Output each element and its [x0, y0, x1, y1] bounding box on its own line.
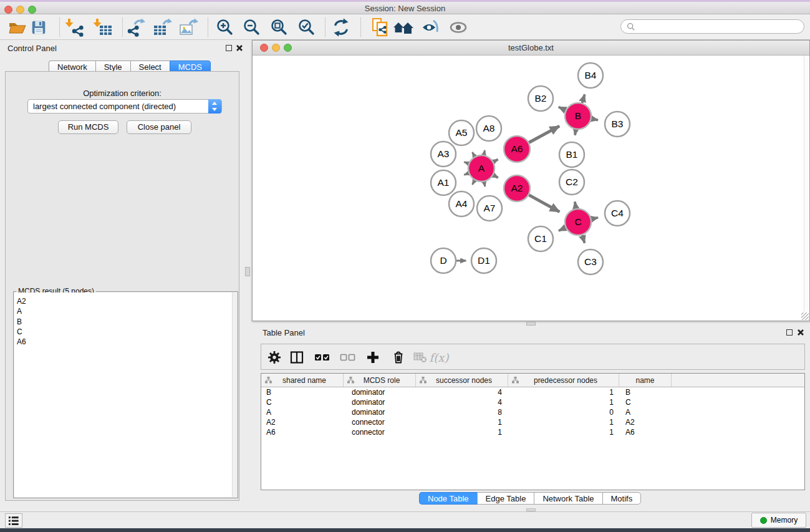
table-cell[interactable]: B: [261, 387, 343, 397]
table-row[interactable]: Adominator80A: [261, 407, 804, 417]
column-header-successor-nodes[interactable]: successor nodes: [415, 374, 508, 387]
graph-edge-B-B2[interactable]: [559, 107, 566, 110]
table-cell[interactable]: A6: [261, 427, 343, 437]
criterion-dropdown[interactable]: largest connected component (directed): [27, 99, 222, 114]
tab-network-table[interactable]: Network Table: [534, 492, 602, 505]
search-input[interactable]: [635, 22, 791, 31]
vertical-splitter-handle[interactable]: [245, 267, 250, 276]
export-network-icon[interactable]: [126, 17, 147, 38]
table-cell[interactable]: connector: [343, 417, 415, 427]
graph-edge-A-A4[interactable]: [472, 180, 475, 185]
table-cell[interactable]: 0: [508, 407, 619, 417]
graph-node-B2[interactable]: B2: [528, 86, 553, 111]
tab-edge-table[interactable]: Edge Table: [477, 492, 534, 505]
export-image-icon[interactable]: [178, 17, 200, 38]
export-table-icon[interactable]: [152, 17, 173, 38]
graph-edge-C-C4[interactable]: [591, 218, 597, 219]
graph-node-A7[interactable]: A7: [477, 196, 502, 221]
graph-node-D1[interactable]: D1: [471, 248, 496, 273]
window-resize-grip[interactable]: [801, 312, 809, 320]
create-column-plus-icon[interactable]: [365, 350, 381, 365]
close-panel-button[interactable]: Close panel: [127, 120, 191, 134]
deselect-all-checkboxes-icon[interactable]: [340, 350, 356, 365]
graph-node-B3[interactable]: B3: [605, 112, 630, 137]
float-panel-icon[interactable]: [226, 45, 232, 51]
clone-network-icon[interactable]: [370, 17, 391, 38]
graph-edge-C-C1[interactable]: [559, 228, 566, 231]
graph-edge-A6-B[interactable]: [529, 126, 559, 142]
dropdown-stepper-icon[interactable]: [208, 99, 221, 114]
show-columns-icon[interactable]: [289, 350, 305, 365]
import-network-icon[interactable]: [64, 17, 85, 38]
zoom-out-icon[interactable]: [241, 17, 263, 38]
table-row[interactable]: Cdominator41C: [261, 397, 804, 407]
hide-selected-eye-icon[interactable]: [420, 17, 441, 38]
open-file-icon[interactable]: [6, 17, 27, 38]
main-titlebar[interactable]: Session: New Session: [0, 2, 810, 14]
table-row[interactable]: A6connector11A6: [261, 427, 804, 437]
delete-column-trash-icon[interactable]: [390, 350, 407, 365]
graph-edge-B-B3[interactable]: [592, 118, 598, 120]
table-cell[interactable]: 4: [415, 387, 508, 397]
table-cell[interactable]: 1: [508, 397, 619, 407]
import-table-icon[interactable]: [92, 17, 113, 38]
table-cell[interactable]: C: [619, 397, 671, 407]
graph-node-C2[interactable]: C2: [559, 170, 584, 195]
save-session-icon[interactable]: [28, 17, 49, 38]
search-field[interactable]: [620, 19, 804, 34]
column-header-predecessor-nodes[interactable]: predecessor nodes: [508, 374, 619, 387]
table-cell[interactable]: 1: [415, 417, 508, 427]
graph-edge-C-C2[interactable]: [575, 201, 576, 208]
mcds-result-item[interactable]: A6: [17, 337, 237, 347]
graph-node-C[interactable]: C: [565, 209, 591, 235]
column-header-mcds-role[interactable]: MCDS role: [343, 374, 415, 387]
graph-node-A1[interactable]: A1: [431, 170, 456, 195]
show-eye-icon[interactable]: [448, 17, 469, 38]
mcds-result-list[interactable]: A2ABCA6: [14, 293, 237, 497]
graph-edge-A-A8[interactable]: [484, 150, 485, 155]
table-cell[interactable]: 8: [415, 407, 508, 417]
graph-edge-B-B1[interactable]: [575, 130, 576, 135]
float-panel-icon[interactable]: [786, 329, 793, 336]
graph-node-A3[interactable]: A3: [431, 142, 456, 167]
graph-node-D[interactable]: D: [431, 248, 456, 273]
graph-node-A5[interactable]: A5: [449, 120, 474, 145]
graph-node-B4[interactable]: B4: [578, 63, 603, 88]
mcds-result-item[interactable]: B: [17, 317, 237, 327]
table-cell[interactable]: A: [619, 407, 671, 417]
zoom-selected-icon[interactable]: [296, 17, 317, 38]
graph-edge-A-A6[interactable]: [493, 160, 498, 162]
column-header-name[interactable]: name: [619, 374, 671, 387]
table-cell[interactable]: dominator: [343, 407, 415, 417]
home-view-icon[interactable]: [393, 17, 414, 38]
close-panel-icon[interactable]: [236, 44, 243, 52]
graph-edge-A-A1[interactable]: [464, 173, 468, 175]
canvas-scrollbar[interactable]: [804, 56, 809, 312]
select-all-checkboxes-icon[interactable]: [314, 350, 330, 365]
tab-node-table[interactable]: Node Table: [419, 492, 477, 505]
mcds-result-item[interactable]: A: [17, 306, 237, 316]
table-cell[interactable]: 1: [508, 427, 619, 437]
table-row[interactable]: Bdominator41B: [261, 387, 804, 397]
graph-node-A4[interactable]: A4: [449, 191, 474, 216]
close-panel-icon[interactable]: [797, 329, 804, 336]
tab-motifs[interactable]: Motifs: [602, 492, 642, 505]
table-cell[interactable]: dominator: [343, 397, 415, 407]
table-cell[interactable]: dominator: [343, 387, 415, 397]
table-cell[interactable]: C: [261, 397, 343, 407]
table-cell[interactable]: 1: [508, 387, 619, 397]
graph-edge-A-A5[interactable]: [472, 152, 475, 157]
zoom-fit-icon[interactable]: [269, 17, 290, 38]
network-window-titlebar[interactable]: testGlobe.txt: [253, 41, 809, 56]
zoom-in-icon[interactable]: [215, 17, 236, 38]
graph-edge-B-B4[interactable]: [582, 94, 584, 103]
task-history-button[interactable]: [5, 513, 22, 528]
graph-node-C4[interactable]: C4: [605, 201, 630, 226]
mcds-result-item[interactable]: A2: [17, 296, 237, 306]
table-cell[interactable]: A2: [261, 417, 343, 427]
graph-node-A6[interactable]: A6: [504, 136, 530, 162]
graph-node-A8[interactable]: A8: [476, 116, 501, 141]
list-scrollbar[interactable]: [232, 293, 237, 497]
table-cell[interactable]: 1: [415, 427, 508, 437]
table-cell[interactable]: connector: [343, 427, 415, 437]
